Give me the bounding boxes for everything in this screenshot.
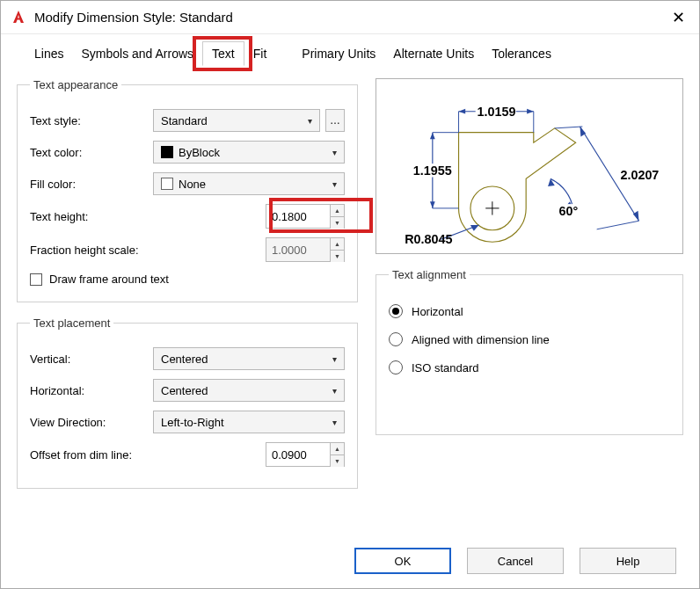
label-text-height: Text height: xyxy=(30,210,153,223)
dialog-window: Modify Dimension Style: Standard ✕ Lines… xyxy=(0,0,700,589)
help-button[interactable]: Help xyxy=(580,548,676,574)
ellipsis-icon: … xyxy=(330,114,340,127)
preview-dim-radius: R0.8045 xyxy=(405,232,452,246)
chevron-down-icon: ▾ xyxy=(332,354,337,364)
spinner-text-height[interactable]: 0.1800 ▲ ▼ xyxy=(266,204,345,229)
spinner-up-icon[interactable]: ▲ xyxy=(331,443,344,455)
chevron-down-icon: ▾ xyxy=(332,179,337,189)
preview-dim-top: 1.0159 xyxy=(478,105,516,119)
radio-aligned[interactable]: Aligned with dimension line xyxy=(389,332,670,346)
dropdown-vertical-value: Centered xyxy=(161,353,208,366)
close-icon[interactable]: ✕ xyxy=(667,10,690,25)
tab-symbols-arrows[interactable]: Symbols and Arrows xyxy=(72,41,202,66)
tabstrip: Lines Symbols and Arrows Text Fit Primar… xyxy=(17,41,683,66)
legend-text-alignment: Text alignment xyxy=(389,268,470,281)
dropdown-horizontal-value: Centered xyxy=(161,384,208,397)
checkbox-box-icon xyxy=(30,273,42,286)
radio-icon xyxy=(389,304,403,318)
radio-icon xyxy=(389,332,403,346)
dialog-button-bar: OK Cancel Help xyxy=(354,548,676,574)
spinner-fraction-scale: 1.0000 ▲ ▼ xyxy=(266,237,345,262)
group-text-appearance: Text appearance Text style: Standard ▾ … xyxy=(17,78,358,302)
radio-aligned-label: Aligned with dimension line xyxy=(412,333,550,346)
svg-line-18 xyxy=(555,127,583,128)
label-horizontal: Horizontal: xyxy=(30,384,153,397)
spinner-offset[interactable]: 0.0900 ▲ ▼ xyxy=(266,442,345,467)
legend-text-placement: Text placement xyxy=(30,316,113,330)
spinner-up-icon[interactable]: ▲ xyxy=(331,205,344,217)
checkbox-draw-frame[interactable]: Draw frame around text xyxy=(30,273,345,286)
dialog-title: Modify Dimension Style: Standard xyxy=(34,10,667,25)
label-view-direction: View Direction: xyxy=(30,416,153,429)
spinner-fraction-scale-value: 1.0000 xyxy=(266,238,330,261)
radio-iso[interactable]: ISO standard xyxy=(389,360,670,374)
dialog-content: Lines Symbols and Arrows Text Fit Primar… xyxy=(1,34,699,512)
dropdown-text-color[interactable]: ByBlock ▾ xyxy=(153,141,345,164)
spinner-offset-value[interactable]: 0.0900 xyxy=(266,443,330,466)
radio-icon xyxy=(389,360,403,374)
label-vertical: Vertical: xyxy=(30,353,153,366)
dimension-preview: 1.0159 1.1955 xyxy=(376,78,683,254)
text-style-ellipsis-button[interactable]: … xyxy=(325,109,345,132)
dropdown-text-style-value: Standard xyxy=(161,114,208,127)
group-text-placement: Text placement Vertical: Centered ▾ Hori… xyxy=(17,316,358,489)
spinner-down-icon[interactable]: ▼ xyxy=(331,455,344,467)
title-bar: Modify Dimension Style: Standard ✕ xyxy=(1,1,699,34)
dropdown-fill-color-value: None xyxy=(179,178,206,191)
label-text-style: Text style: xyxy=(30,114,153,127)
chevron-down-icon: ▾ xyxy=(332,386,337,396)
chevron-down-icon: ▾ xyxy=(332,418,337,427)
tab-lines[interactable]: Lines xyxy=(26,41,72,66)
radio-iso-label: ISO standard xyxy=(412,361,479,374)
chevron-down-icon: ▾ xyxy=(308,116,312,126)
tab-text[interactable]: Text xyxy=(202,41,244,66)
spinner-down-icon[interactable]: ▼ xyxy=(331,217,344,229)
label-fraction-scale: Fraction height scale: xyxy=(30,244,179,257)
preview-dim-angle: 60° xyxy=(559,204,579,218)
color-swatch-black xyxy=(161,146,173,158)
preview-dim-right: 2.0207 xyxy=(620,168,659,182)
label-offset: Offset from dim line: xyxy=(30,448,179,462)
label-fill-color: Fill color: xyxy=(30,178,153,191)
svg-marker-5 xyxy=(527,109,534,114)
svg-marker-10 xyxy=(430,133,435,140)
svg-line-19 xyxy=(597,221,639,229)
label-text-color: Text color: xyxy=(30,146,153,159)
checkbox-draw-frame-label: Draw frame around text xyxy=(49,273,169,286)
dropdown-text-color-value: ByBlock xyxy=(179,146,220,159)
dropdown-vertical[interactable]: Centered ▾ xyxy=(153,347,345,370)
preview-dim-left: 1.1955 xyxy=(413,164,452,178)
radio-horizontal-label: Horizontal xyxy=(412,305,463,318)
dropdown-horizontal[interactable]: Centered ▾ xyxy=(153,379,345,402)
tab-alternate-units[interactable]: Alternate Units xyxy=(384,41,483,66)
tab-primary-units[interactable]: Primary Units xyxy=(293,41,384,66)
cancel-button[interactable]: Cancel xyxy=(467,548,564,574)
dropdown-fill-color[interactable]: None ▾ xyxy=(153,172,345,195)
legend-text-appearance: Text appearance xyxy=(30,78,121,91)
app-icon xyxy=(10,9,27,26)
tab-fit[interactable]: Fit xyxy=(244,41,276,66)
spinner-text-height-value[interactable]: 0.1800 xyxy=(266,205,330,228)
chevron-down-icon: ▾ xyxy=(332,148,337,157)
group-text-alignment: Text alignment Horizontal Aligned with d… xyxy=(376,268,683,435)
radio-horizontal[interactable]: Horizontal xyxy=(389,304,670,318)
svg-marker-4 xyxy=(459,109,466,114)
dropdown-text-style[interactable]: Standard ▾ xyxy=(153,109,320,132)
dropdown-view-direction-value: Left-to-Right xyxy=(161,416,224,429)
tab-tolerances[interactable]: Tolerances xyxy=(483,41,560,66)
dropdown-view-direction[interactable]: Left-to-Right ▾ xyxy=(153,411,345,433)
color-swatch-none xyxy=(161,178,173,190)
svg-marker-11 xyxy=(430,201,435,208)
spinner-down-icon: ▼ xyxy=(331,251,344,262)
ok-button[interactable]: OK xyxy=(354,548,451,574)
spinner-up-icon: ▲ xyxy=(331,238,344,251)
